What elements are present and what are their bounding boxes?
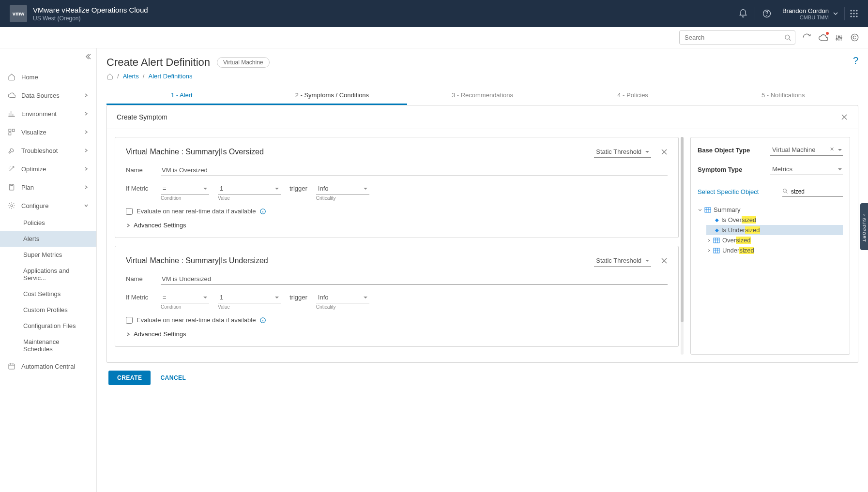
metric-tree: Summary ◆Is Oversized◆Is UndersizedOvers… (698, 205, 843, 255)
realtime-checkbox[interactable] (126, 317, 133, 324)
svg-point-15 (851, 34, 858, 41)
apps-grid-icon[interactable] (850, 9, 858, 18)
chevron-icon (84, 93, 89, 98)
settings-sliders-icon[interactable] (835, 33, 843, 42)
svg-point-7 (856, 13, 858, 15)
wrench-icon (8, 147, 16, 154)
metric-icon: ◆ (715, 227, 719, 233)
search-input[interactable] (679, 30, 795, 45)
sidebar-item-optimize[interactable]: Optimize (0, 160, 96, 178)
cloud-upload-icon[interactable] (818, 33, 828, 43)
sidebar-item-troubleshoot[interactable]: Troubleshoot (0, 141, 96, 160)
criticality-select[interactable]: Info (316, 292, 369, 303)
realtime-label: Evaluate on near real-time data if avail… (137, 316, 256, 324)
sidebar-subitem-super-metrics[interactable]: Super Metrics (0, 247, 96, 263)
step-recommendations[interactable]: 3 - Recommendations (407, 87, 558, 105)
trigger-label: trigger (289, 183, 307, 192)
criticality-select[interactable]: Info (316, 183, 369, 194)
tree-metric-item[interactable]: ◆Is Oversized (706, 215, 843, 225)
svg-point-14 (840, 37, 842, 38)
symptom-name-input[interactable] (161, 273, 668, 285)
sidebar-item-visualize[interactable]: Visualize (0, 123, 96, 141)
remove-symptom-icon[interactable] (661, 149, 668, 155)
page-help-icon[interactable]: ? (853, 55, 858, 66)
sidebar-item-environment[interactable]: Environment (0, 104, 96, 123)
breadcrumb-alerts[interactable]: Alerts (123, 73, 139, 80)
breadcrumb: / Alerts / Alert Definitions (107, 73, 858, 80)
svg-point-3 (853, 10, 855, 12)
region-label: US West (Oregon) (33, 15, 148, 22)
sidebar-subitem-maintenance-schedules[interactable]: Maintenance Schedules (0, 334, 96, 357)
condition-select[interactable]: = (161, 183, 209, 194)
step-symptoms[interactable]: 2 - Symptoms / Conditions (257, 87, 408, 105)
tree-metric-item[interactable]: ◆Is Undersized (706, 225, 843, 235)
svg-point-8 (851, 16, 852, 17)
sidebar-subitem-applications-and-servic-[interactable]: Applications and Servic... (0, 263, 96, 286)
vmware-logo: vmw (10, 5, 27, 22)
sidebar: HomeData SourcesEnvironmentVisualizeTrou… (0, 48, 97, 492)
condition-hint: Condition (161, 304, 209, 310)
global-search[interactable] (679, 30, 795, 45)
cal-icon (8, 362, 16, 370)
sidebar-item-configure[interactable]: Configure (0, 196, 96, 215)
step-alert[interactable]: 1 - Alert (107, 87, 257, 105)
chevron-icon (84, 130, 89, 134)
condition-select[interactable]: = (161, 292, 209, 303)
symptom-name-input[interactable] (161, 164, 668, 176)
create-button[interactable]: CREATE (108, 371, 151, 385)
tree-folder-item[interactable]: Undersized (706, 245, 843, 255)
symptom-type-select[interactable]: Metrics (770, 164, 843, 175)
step-notifications[interactable]: 5 - Notifications (708, 87, 858, 105)
metric-search-input[interactable] (782, 187, 843, 197)
user-menu[interactable]: Brandon Gordon CMBU TMM (782, 7, 829, 20)
step-policies[interactable]: 4 - Policies (558, 87, 708, 105)
home-icon[interactable] (107, 73, 113, 80)
sidebar-item-plan[interactable]: Plan (0, 178, 96, 196)
realtime-checkbox[interactable] (126, 208, 133, 215)
advanced-settings-toggle[interactable]: Advanced Settings (126, 330, 668, 338)
threshold-select[interactable]: Static Threshold (594, 255, 651, 267)
sidebar-subitem-alerts[interactable]: Alerts (0, 231, 96, 247)
value-input[interactable]: 1 (218, 292, 281, 303)
tree-summary-folder[interactable]: Summary (698, 205, 843, 215)
support-tab[interactable]: ⌃ SUPPORT (860, 203, 868, 250)
sidebar-item-data-sources[interactable]: Data Sources (0, 86, 96, 104)
user-caret-icon[interactable] (833, 11, 838, 16)
sidebar-item-label: Troubleshoot (21, 147, 58, 154)
metric-search[interactable] (782, 187, 843, 197)
info-icon[interactable] (259, 317, 266, 324)
base-object-select[interactable]: Virtual Machine✕ (770, 144, 843, 156)
sidebar-subitem-cost-settings[interactable]: Cost Settings (0, 286, 96, 302)
folder-icon (713, 238, 720, 243)
help-icon[interactable] (762, 9, 772, 18)
remove-symptom-icon[interactable] (661, 257, 668, 264)
panel-title: Create Symptom (117, 113, 840, 121)
sidebar-item-label: Automation Central (21, 363, 75, 370)
collapse-sidebar-icon[interactable] (85, 53, 91, 60)
copyright-icon[interactable] (850, 33, 859, 42)
sidebar-item-automation-central[interactable]: Automation Central (0, 357, 96, 375)
breadcrumb-definitions[interactable]: Alert Definitions (148, 73, 192, 80)
app-title: VMware vRealize Operations Cloud (33, 6, 148, 14)
advanced-settings-toggle[interactable]: Advanced Settings (126, 222, 668, 229)
value-input[interactable]: 1 (218, 183, 281, 194)
clear-base-icon[interactable]: ✕ (830, 146, 834, 152)
create-symptom-panel: Create Symptom Virtual Machine : Summary… (107, 105, 858, 363)
magic-icon (8, 165, 16, 173)
sidebar-subitem-configuration-files[interactable]: Configuration Files (0, 318, 96, 334)
sidebar-subitem-custom-profiles[interactable]: Custom Profiles (0, 302, 96, 318)
metric-label: If Metric (126, 292, 152, 301)
svg-rect-17 (12, 129, 15, 132)
refresh-icon[interactable] (802, 33, 811, 42)
svg-point-1 (766, 15, 767, 16)
info-icon[interactable] (259, 208, 266, 215)
bell-icon[interactable] (738, 9, 748, 18)
tree-folder-item[interactable]: Oversized (706, 235, 843, 245)
select-object-link[interactable]: Select Specific Object (698, 188, 759, 195)
svg-rect-27 (714, 248, 719, 253)
sidebar-item-home[interactable]: Home (0, 68, 96, 86)
close-panel-icon[interactable] (840, 113, 848, 121)
sidebar-subitem-policies[interactable]: Policies (0, 215, 96, 231)
threshold-select[interactable]: Static Threshold (594, 146, 651, 158)
cancel-button[interactable]: CANCEL (160, 374, 186, 381)
